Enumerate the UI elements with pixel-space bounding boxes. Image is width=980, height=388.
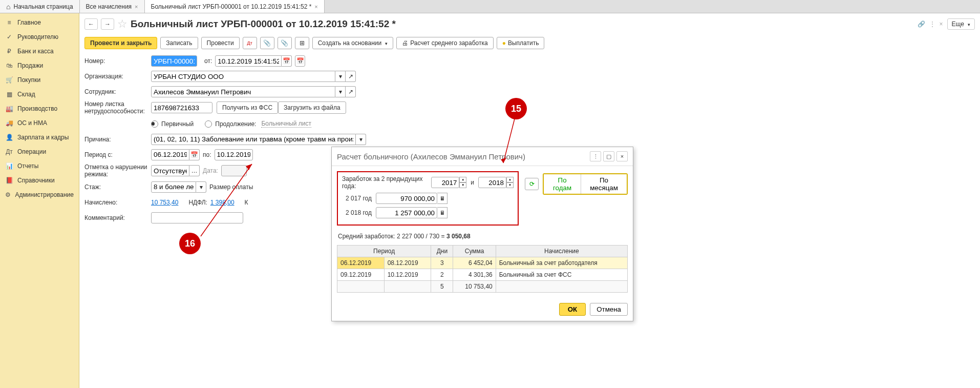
nav-forward-button[interactable]: → xyxy=(101,18,114,30)
post-close-button[interactable]: Провести и закрыть xyxy=(84,37,157,49)
sidebar-item-operations[interactable]: ДтОперации xyxy=(0,145,79,159)
cancel-button[interactable]: Отмена xyxy=(590,303,628,316)
sidebar-item-label: Справочники xyxy=(17,177,55,184)
sidebar-item-assets[interactable]: 🚚ОС и НМА xyxy=(0,116,79,130)
post-button[interactable]: Провести xyxy=(201,37,240,49)
ellipsis-icon[interactable]: … xyxy=(189,165,200,176)
radio-continuation[interactable] xyxy=(205,120,212,128)
number-input[interactable] xyxy=(151,55,197,67)
sheet-no-input[interactable] xyxy=(151,102,212,113)
calendar-mini-icon[interactable]: 📅 xyxy=(295,55,305,67)
tab-home[interactable]: Начальная страница xyxy=(0,0,80,13)
sidebar-item-admin[interactable]: ⚙Администрирование xyxy=(0,188,79,202)
pay-button[interactable]: ●Выплатить xyxy=(497,37,545,49)
grid-row[interactable]: 09.12.2019 10.12.2019 2 4 301,36 Больнич… xyxy=(337,269,628,281)
calc-icon[interactable]: 🖩 xyxy=(437,207,448,218)
create-based-button[interactable]: Создать на основании xyxy=(312,37,394,49)
link-icon[interactable]: 🔗 xyxy=(918,21,925,28)
row1-input[interactable] xyxy=(376,193,437,204)
dropdown-icon[interactable]: ▾ xyxy=(356,134,366,145)
popup-kebab-icon[interactable]: ⋮ xyxy=(590,151,601,161)
popup-maximize-icon[interactable]: ▢ xyxy=(603,151,614,161)
truck-icon: 🚚 xyxy=(5,119,13,127)
sidebar-item-label: Производство xyxy=(17,105,57,112)
sidebar-item-purchases[interactable]: 🛒Покупки xyxy=(0,73,79,87)
sheet-no-label: Номер листка нетрудоспособности: xyxy=(84,100,151,115)
period-from-input[interactable] xyxy=(151,149,189,160)
sidebar-item-manager[interactable]: ✓Руководителю xyxy=(0,30,79,44)
close-icon[interactable]: × xyxy=(314,4,317,10)
more-button[interactable]: Еще xyxy=(947,18,975,30)
popup-title: Расчет больничного (Ахилесов Эммануил Пе… xyxy=(337,152,590,161)
dtkt-button[interactable]: Дт xyxy=(243,37,257,49)
period-to-input[interactable] xyxy=(215,149,253,160)
dropdown-icon[interactable]: ▾ xyxy=(335,86,346,97)
sidebar-item-bank[interactable]: ₽Банк и касса xyxy=(0,44,79,58)
popup-close-icon[interactable]: × xyxy=(616,151,628,161)
nav-back-button[interactable]: ← xyxy=(84,18,98,30)
tab-label: Все начисления xyxy=(86,3,132,10)
book-icon: 📕 xyxy=(5,177,13,184)
by-months-button[interactable]: По месяцам xyxy=(581,174,627,194)
row2-input[interactable] xyxy=(376,207,437,218)
ok-button[interactable]: ОК xyxy=(559,303,586,316)
accrued-link[interactable]: 10 753,40 xyxy=(151,199,178,206)
clip-button[interactable]: 📎 xyxy=(278,37,292,49)
from-label: от: xyxy=(204,57,212,65)
year1-input[interactable] xyxy=(431,177,459,188)
col-acc: Начисление xyxy=(496,246,627,257)
org-input[interactable] xyxy=(151,71,335,82)
close-icon[interactable]: × xyxy=(940,21,943,28)
close-icon[interactable]: × xyxy=(135,4,138,10)
tab-all-accruals[interactable]: Все начисления× xyxy=(80,0,145,13)
sidebar-item-references[interactable]: 📕Справочники xyxy=(0,173,79,188)
radio-primary[interactable] xyxy=(151,120,158,128)
sidebar-item-production[interactable]: 🏭Производство xyxy=(0,101,79,116)
load-file-button[interactable]: Загрузить из файла xyxy=(278,101,346,114)
violation-label: Отметка о нарушении режима: xyxy=(84,164,151,178)
sidebar-item-main[interactable]: ≡Главное xyxy=(0,15,79,30)
tab-sick-leave[interactable]: Больничный лист УРБП-000001 от 10.12.201… xyxy=(145,0,325,13)
date-input[interactable] xyxy=(215,55,282,67)
reason-input[interactable] xyxy=(151,134,356,145)
radio-continuation-label: Продолжение: xyxy=(215,120,256,128)
sidebar-item-label: Администрирование xyxy=(15,191,74,198)
sidebar-item-sales[interactable]: 🛍Продажи xyxy=(0,58,79,73)
calc-icon[interactable]: 🖩 xyxy=(437,193,448,204)
year2-input[interactable] xyxy=(478,177,506,188)
open-icon[interactable]: ↗ xyxy=(346,86,356,97)
open-icon[interactable]: ↗ xyxy=(346,71,356,82)
violation-input[interactable] xyxy=(151,165,189,176)
by-years-button[interactable]: По годам xyxy=(544,174,581,194)
sidebar-item-warehouse[interactable]: ▦Склад xyxy=(0,87,79,101)
seniority-label: Стаж: xyxy=(84,183,151,191)
sick-link[interactable]: Больничный лист xyxy=(261,120,311,128)
number-label: Номер: xyxy=(84,57,151,65)
emp-input[interactable] xyxy=(151,86,335,97)
refresh-button[interactable]: ⟳ xyxy=(525,178,539,190)
spin-down[interactable]: ▼ xyxy=(506,182,514,188)
kebab-icon[interactable]: ⋮ xyxy=(929,21,935,28)
coin-icon: ● xyxy=(502,39,506,47)
attach-button[interactable]: 📎 xyxy=(260,37,274,49)
seniority-input[interactable] xyxy=(151,181,196,193)
save-button[interactable]: Записать xyxy=(160,37,198,49)
spin-up[interactable]: ▲ xyxy=(506,177,514,182)
sidebar-item-payroll[interactable]: 👤Зарплата и кадры xyxy=(0,130,79,145)
spin-down[interactable]: ▼ xyxy=(459,182,466,188)
sidebar-item-label: Операции xyxy=(17,148,46,155)
get-fss-button[interactable]: Получить из ФСС xyxy=(217,101,278,114)
sidebar-item-label: Главное xyxy=(17,19,41,26)
star-icon[interactable]: ☆ xyxy=(117,17,127,31)
calendar-icon[interactable]: 📅 xyxy=(189,149,200,160)
grid-row[interactable]: 06.12.2019 08.12.2019 3 6 452,04 Больнич… xyxy=(337,257,628,269)
to-label: по: xyxy=(203,151,211,158)
avg-earn-button[interactable]: 🖨Расчет среднего заработка xyxy=(396,37,494,49)
dropdown-icon[interactable]: ▾ xyxy=(335,71,346,82)
calendar-icon[interactable]: 📅 xyxy=(282,55,292,67)
spin-up[interactable]: ▲ xyxy=(459,177,466,182)
sidebar-item-reports[interactable]: 📊Отчеты xyxy=(0,159,79,173)
factory-icon: 🏭 xyxy=(5,105,13,112)
create-based-label: Создать на основании xyxy=(318,39,382,47)
structure-button[interactable]: ⊞ xyxy=(295,37,309,49)
